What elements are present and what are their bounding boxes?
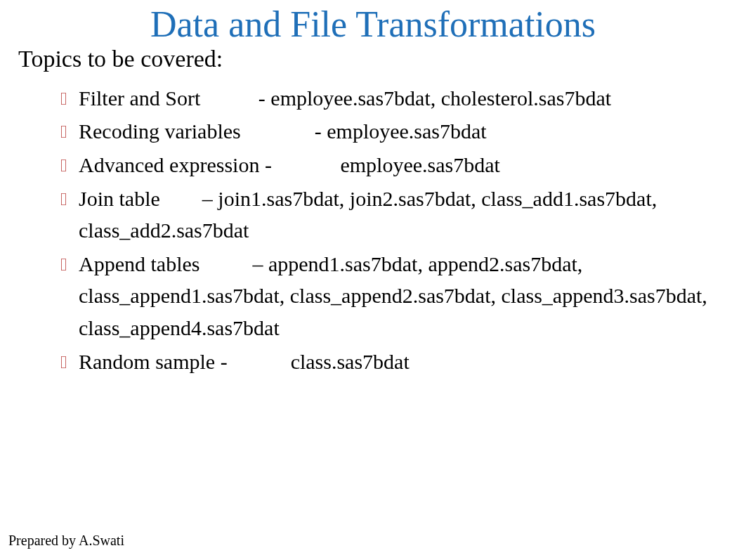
list-item:  Join table – join1.sas7bdat, join2.sas… bbox=[60, 183, 718, 247]
topics-subtitle: Topics to be covered: bbox=[18, 46, 718, 72]
bullet-icon:  bbox=[60, 349, 67, 377]
list-item:  Filter and Sort - employee.sas7bdat, c… bbox=[60, 82, 718, 115]
bullet-icon:  bbox=[60, 251, 67, 279]
topic-text: Append tables – append1.sas7bdat, append… bbox=[79, 252, 707, 339]
bullet-icon:  bbox=[60, 185, 67, 214]
footer-text: Prepared by A.Swati bbox=[8, 533, 124, 549]
content-area: Topics to be covered:  Filter and Sort … bbox=[0, 46, 746, 377]
topic-text: Random sample - class.sas7bdat bbox=[79, 350, 410, 373]
slide-title: Data and File Transformations bbox=[0, 0, 746, 46]
bullet-icon:  bbox=[60, 85, 67, 113]
list-item:  Append tables – append1.sas7bdat, appe… bbox=[60, 248, 718, 344]
bullet-icon:  bbox=[60, 152, 67, 180]
list-item:  Advanced expression - employee.sas7bda… bbox=[60, 149, 718, 181]
bullet-icon:  bbox=[60, 118, 67, 146]
topic-text: Advanced expression - employee.sas7bdat bbox=[79, 153, 500, 176]
topic-text: Join table – join1.sas7bdat, join2.sas7b… bbox=[79, 187, 657, 242]
topic-text: Filter and Sort - employee.sas7bdat, cho… bbox=[79, 86, 611, 110]
list-item:  Random sample - class.sas7bdat bbox=[60, 346, 718, 378]
topic-text: Recoding variables - employee.sas7bdat bbox=[79, 119, 487, 143]
topic-list:  Filter and Sort - employee.sas7bdat, c… bbox=[18, 82, 718, 377]
list-item:  Recoding variables - employee.sas7bdat bbox=[60, 115, 718, 148]
